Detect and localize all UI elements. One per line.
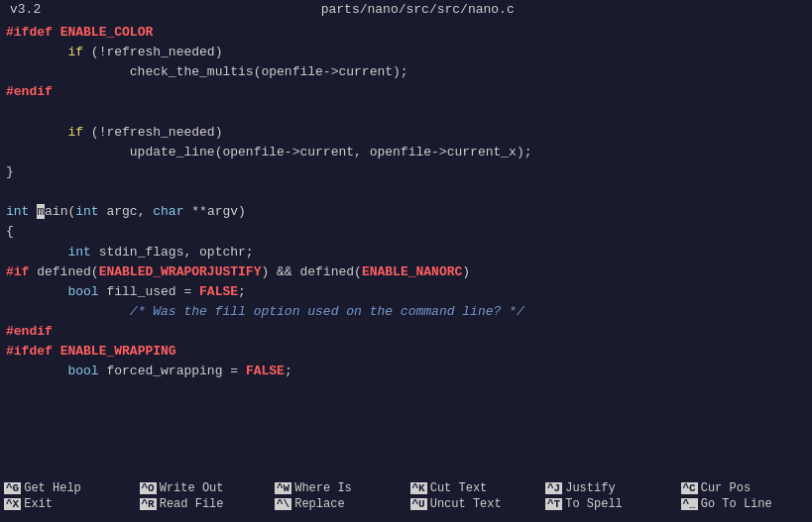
shortcut-to-spell[interactable]: ^T To Spell: [545, 497, 673, 511]
code-line: #ifdef ENABLE_COLOR: [6, 23, 806, 43]
version-label: v3.2: [10, 2, 41, 17]
label-justify: Justify: [565, 481, 615, 495]
label-cur-pos: Cur Pos: [701, 481, 751, 495]
shortcut-replace[interactable]: ^\ Replace: [275, 497, 403, 511]
shortcut-col-1[interactable]: ^G Get Help ^X Exit: [0, 470, 136, 522]
shortcut-col-2[interactable]: ^O Write Out ^R Read File: [136, 470, 272, 522]
shortcut-uncut-text[interactable]: ^U Uncut Text: [410, 497, 538, 511]
label-exit: Exit: [24, 497, 53, 511]
key-ctrl-x: ^X: [4, 498, 21, 510]
filepath-label: parts/nano/src/src/nano.c: [321, 2, 515, 17]
shortcut-col-3[interactable]: ^W Where Is ^\ Replace: [271, 470, 406, 522]
code-line: if (!refresh_needed): [6, 123, 806, 143]
shortcut-col-6[interactable]: ^C Cur Pos ^_ Go To Line: [677, 470, 813, 522]
code-line: /* Was the fill option used on the comma…: [6, 302, 806, 322]
code-line: bool forced_wrapping = FALSE;: [6, 362, 806, 381]
code-line: int stdin_flags, optchr;: [6, 243, 806, 262]
code-line: [6, 103, 806, 123]
label-uncut-text: Uncut Text: [430, 497, 502, 511]
code-line: #endif: [6, 322, 806, 342]
label-get-help: Get Help: [24, 481, 81, 495]
label-to-spell: To Spell: [565, 497, 623, 511]
key-ctrl-k: ^K: [410, 482, 427, 494]
key-ctrl-t: ^T: [545, 498, 562, 510]
key-ctrl-g: ^G: [4, 482, 21, 494]
shortcut-justify[interactable]: ^J Justify: [545, 481, 673, 495]
editor-area[interactable]: #ifdef ENABLE_COLOR if (!refresh_needed)…: [0, 19, 812, 470]
shortcut-col-5[interactable]: ^J Justify ^T To Spell: [541, 470, 677, 522]
label-go-to-line: Go To Line: [701, 497, 772, 511]
shortcut-get-help[interactable]: ^G Get Help: [4, 481, 132, 495]
code-line: check_the_multis(openfile->current);: [6, 62, 806, 82]
shortcut-read-file[interactable]: ^R Read File: [140, 497, 268, 511]
key-ctrl-backslash: ^\: [275, 498, 291, 510]
code-line: bool fill_used = FALSE;: [6, 282, 806, 302]
key-ctrl-underscore: ^_: [681, 498, 698, 510]
key-ctrl-u: ^U: [410, 498, 427, 510]
label-read-file: Read File: [160, 497, 224, 511]
label-cut-text: Cut Text: [430, 481, 488, 495]
shortcut-cur-pos[interactable]: ^C Cur Pos: [681, 481, 809, 495]
key-ctrl-w: ^W: [275, 482, 291, 494]
code-line: #endif: [6, 82, 806, 102]
shortcut-exit[interactable]: ^X Exit: [4, 497, 132, 511]
title-bar: v3.2 parts/nano/src/src/nano.c: [0, 0, 812, 19]
key-ctrl-c: ^C: [681, 482, 698, 494]
key-ctrl-o: ^O: [140, 482, 157, 494]
shortcut-write-out[interactable]: ^O Write Out: [140, 481, 268, 495]
code-line: [6, 182, 806, 202]
label-write-out: Write Out: [160, 481, 224, 495]
title-spacer: [794, 2, 802, 17]
code-line: }: [6, 162, 806, 182]
shortcut-bar: ^G Get Help ^X Exit ^O Write Out ^R Read…: [0, 470, 812, 522]
code-line: #if defined(ENABLED_WRAPORJUSTIFY) && de…: [6, 262, 806, 282]
label-replace: Replace: [294, 497, 344, 511]
code-line: {: [6, 222, 806, 242]
shortcut-col-4[interactable]: ^K Cut Text ^U Uncut Text: [406, 470, 542, 522]
code-line: if (!refresh_needed): [6, 43, 806, 62]
code-line: int main(int argc, char **argv): [6, 202, 806, 222]
key-ctrl-r: ^R: [140, 498, 157, 510]
code-line: #ifdef ENABLE_WRAPPING: [6, 342, 806, 362]
shortcut-go-to-line[interactable]: ^_ Go To Line: [681, 497, 809, 511]
label-where-is: Where Is: [294, 481, 352, 495]
key-ctrl-j: ^J: [545, 482, 562, 494]
code-line: update_line(openfile->current, openfile-…: [6, 143, 806, 162]
shortcut-cut-text[interactable]: ^K Cut Text: [410, 481, 538, 495]
shortcut-where-is[interactable]: ^W Where Is: [275, 481, 403, 495]
